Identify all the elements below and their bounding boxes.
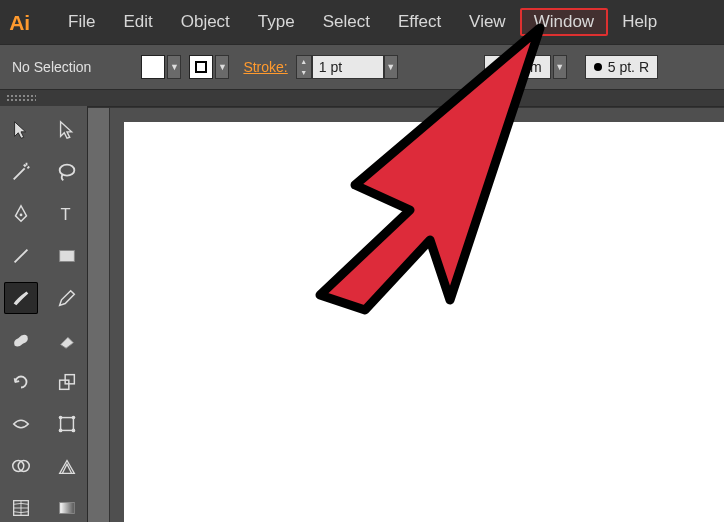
stepper-arrows-icon[interactable]: ▲▼ <box>296 55 312 79</box>
svg-point-9 <box>58 416 62 420</box>
svg-text:Ai: Ai <box>9 11 30 34</box>
stroke-label[interactable]: Stroke: <box>243 59 287 75</box>
mesh-tool[interactable] <box>4 492 38 522</box>
pencil-tool[interactable] <box>50 282 84 314</box>
svg-point-1 <box>59 165 74 176</box>
svg-point-12 <box>71 429 75 433</box>
brush-value: 5 pt. R <box>608 59 649 75</box>
width-tool[interactable] <box>4 408 38 440</box>
eraser-tool[interactable] <box>50 324 84 356</box>
menu-effect[interactable]: Effect <box>384 8 455 36</box>
stroke-weight-stepper[interactable]: ▲▼ 1 pt ▼ <box>296 55 398 79</box>
menu-window[interactable]: Window <box>520 8 608 36</box>
fill-swatch-group[interactable]: ▼ <box>141 55 181 79</box>
free-transform-tool[interactable] <box>50 408 84 440</box>
svg-line-4 <box>14 250 27 263</box>
canvas-background[interactable] <box>110 108 724 522</box>
rotate-tool[interactable] <box>4 366 38 398</box>
svg-rect-6 <box>59 380 68 389</box>
stroke-swatch-group[interactable]: ▼ <box>189 55 229 79</box>
menu-bar: Ai File Edit Object Type Select Effect V… <box>0 0 724 44</box>
pen-tool[interactable] <box>4 198 38 230</box>
gradient-tool[interactable] <box>50 492 84 522</box>
brush-dropdown[interactable]: 5 pt. R <box>585 55 658 79</box>
magic-wand-tool[interactable] <box>4 156 38 188</box>
ruler-vertical[interactable] <box>88 108 110 522</box>
stroke-weight-dropdown-icon[interactable]: ▼ <box>384 55 398 79</box>
menu-view[interactable]: View <box>455 8 520 36</box>
profile-dropdown[interactable]: Uniform ▼ <box>484 55 567 79</box>
panel-grip-row <box>0 90 724 106</box>
svg-rect-5 <box>59 251 74 262</box>
shape-builder-tool[interactable] <box>4 450 38 482</box>
profile-field[interactable]: Uniform <box>484 55 551 79</box>
direct-selection-tool[interactable] <box>50 114 84 146</box>
grip-icon[interactable] <box>6 94 36 102</box>
stroke-weight-field[interactable]: 1 pt <box>312 55 384 79</box>
line-tool[interactable] <box>4 240 38 272</box>
type-tool[interactable]: T <box>50 198 84 230</box>
work-area: T Untitle <box>0 106 724 522</box>
canvas-region: Untitled-2* @ 150% (CMYK/Previ d-5 @ 100… <box>88 106 724 522</box>
control-bar: No Selection ▼ ▼ Stroke: ▲▼ 1 pt ▼ Unifo… <box>0 44 724 90</box>
svg-text:T: T <box>60 205 70 223</box>
blob-brush-tool[interactable] <box>4 324 38 356</box>
stroke-swatch[interactable] <box>189 55 213 79</box>
perspective-grid-tool[interactable] <box>50 450 84 482</box>
selection-status: No Selection <box>6 59 97 75</box>
menu-type[interactable]: Type <box>244 8 309 36</box>
menu-edit[interactable]: Edit <box>109 8 166 36</box>
svg-point-10 <box>71 416 75 420</box>
tools-panel: T <box>0 106 88 522</box>
svg-rect-7 <box>65 375 74 384</box>
paintbrush-tool[interactable] <box>4 282 38 314</box>
scale-tool[interactable] <box>50 366 84 398</box>
lasso-tool[interactable] <box>50 156 84 188</box>
app-logo-icon: Ai <box>8 8 36 36</box>
svg-point-11 <box>58 429 62 433</box>
menu-file[interactable]: File <box>54 8 109 36</box>
profile-dropdown-icon[interactable]: ▼ <box>553 55 567 79</box>
svg-point-2 <box>19 214 22 217</box>
rectangle-tool[interactable] <box>50 240 84 272</box>
svg-rect-16 <box>59 503 74 514</box>
menu-help[interactable]: Help <box>608 8 671 36</box>
fill-dropdown-icon[interactable]: ▼ <box>167 55 181 79</box>
fill-swatch[interactable] <box>141 55 165 79</box>
brush-bullet-icon <box>594 63 602 71</box>
selection-tool[interactable] <box>4 114 38 146</box>
stroke-dropdown-icon[interactable]: ▼ <box>215 55 229 79</box>
menu-select[interactable]: Select <box>309 8 384 36</box>
artboard[interactable] <box>124 122 724 522</box>
brush-field[interactable]: 5 pt. R <box>585 55 658 79</box>
menu-object[interactable]: Object <box>167 8 244 36</box>
svg-rect-8 <box>60 418 73 431</box>
